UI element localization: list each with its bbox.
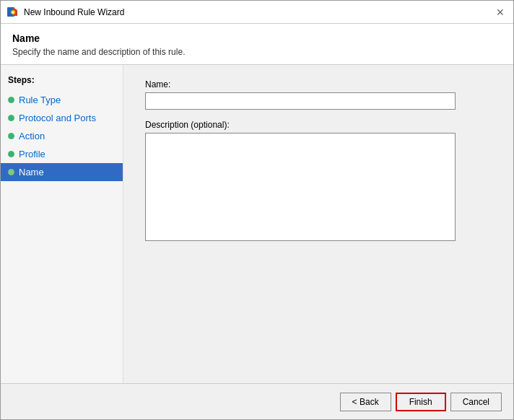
step-dot-rule-type — [8, 97, 14, 103]
name-form-group: Name: — [145, 79, 492, 110]
content-area: Name Specify the name and description of… — [1, 24, 513, 383]
name-label: Name: — [145, 79, 492, 89]
description-textarea[interactable] — [145, 133, 456, 241]
page-subtitle: Specify the name and description of this… — [12, 47, 502, 57]
sidebar-item-rule-type[interactable]: Rule Type — [1, 91, 123, 109]
sidebar-item-action[interactable]: Action — [1, 127, 123, 145]
step-dot-profile — [8, 151, 14, 157]
sidebar-item-name[interactable]: Name — [1, 163, 123, 181]
back-button[interactable]: < Back — [340, 393, 391, 411]
sidebar-item-protocol-ports[interactable]: Protocol and Ports — [1, 109, 123, 127]
sidebar-item-label-profile: Profile — [19, 149, 45, 159]
sidebar-item-label-name: Name — [19, 167, 44, 178]
wizard-window: New Inbound Rule Wizard ✕ Name Specify t… — [0, 0, 514, 420]
sidebar-item-profile[interactable]: Profile — [1, 145, 123, 163]
svg-point-3 — [12, 11, 14, 13]
step-dot-name — [8, 169, 14, 175]
name-input[interactable] — [145, 92, 456, 110]
finish-button[interactable]: Finish — [396, 393, 446, 411]
wizard-icon — [6, 6, 19, 19]
description-form-group: Description (optional): — [145, 120, 492, 243]
description-label: Description (optional): — [145, 120, 492, 130]
right-panel: Name: Description (optional): — [123, 65, 513, 383]
window-title: New Inbound Rule Wizard — [24, 7, 124, 17]
close-button[interactable]: ✕ — [493, 5, 508, 19]
sidebar-item-label-rule-type: Rule Type — [19, 95, 61, 105]
sidebar-item-label-protocol-ports: Protocol and Ports — [19, 113, 96, 123]
title-bar-left: New Inbound Rule Wizard — [6, 6, 124, 19]
steps-label: Steps: — [1, 72, 123, 91]
step-dot-protocol-ports — [8, 115, 14, 121]
title-bar: New Inbound Rule Wizard ✕ — [1, 1, 513, 24]
bottom-bar: < Back Finish Cancel — [1, 383, 513, 419]
page-title: Name — [12, 32, 502, 44]
header-section: Name Specify the name and description of… — [1, 24, 513, 65]
step-dot-action — [8, 133, 14, 139]
cancel-button[interactable]: Cancel — [450, 393, 502, 411]
sidebar-item-label-action: Action — [19, 131, 45, 141]
main-section: Steps: Rule Type Protocol and Ports Acti… — [1, 65, 513, 383]
sidebar: Steps: Rule Type Protocol and Ports Acti… — [1, 65, 123, 383]
